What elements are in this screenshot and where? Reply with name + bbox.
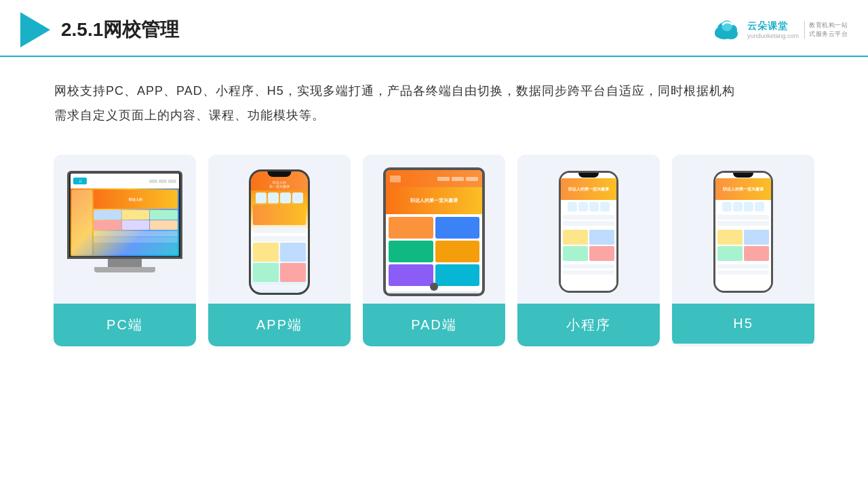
mini-course-item	[563, 230, 588, 245]
mini-course-item	[589, 246, 614, 261]
phone-icon-item	[268, 192, 279, 203]
phone-screen-content: 职达人的第一堂兴趣课	[251, 171, 308, 293]
tablet-screen: 职达人的第一堂兴趣课	[386, 170, 482, 293]
mini-banner: 职达人的第一堂兴趣课	[561, 178, 616, 200]
tablet-banner: 职达人的第一堂兴趣课	[386, 187, 482, 214]
h5-device-mockup: 职达人的第一堂兴趣课	[713, 171, 773, 293]
pc-screen-outer: 云 职达人的	[67, 171, 182, 259]
mini-course-item-h5	[717, 246, 743, 261]
header: 2.5.1网校管理 云朵课堂 yunduoketang.com 教育机构一站 式…	[0, 0, 868, 57]
pc-content-area: 职达人的	[71, 188, 179, 256]
mini-icon	[600, 202, 610, 211]
brand-text-block: 云朵课堂 yunduoketang.com	[747, 20, 799, 39]
mini-icon-h5	[755, 202, 764, 211]
tablet-body	[386, 214, 482, 289]
card-pc: 云 职达人的	[54, 155, 196, 346]
tablet-card	[435, 264, 480, 286]
phone-icon-item	[292, 192, 303, 203]
mini-phone-screen: 职达人的第一堂兴趣课	[561, 173, 616, 291]
card-pad: 职达人的第一堂兴趣课	[363, 155, 505, 346]
phone-header-text: 职达人的第一堂兴趣课	[269, 180, 290, 188]
card-app-label: APP端	[208, 304, 351, 346]
tablet-card	[435, 241, 480, 262]
card-miniprogram-image: 职达人的第一堂兴趣课	[517, 155, 660, 304]
tablet-nav-items	[437, 177, 478, 181]
mini-list-h5	[715, 214, 771, 228]
pc-nav-dot	[168, 180, 176, 183]
mini-icons-h5	[715, 200, 771, 214]
tablet-card	[389, 217, 433, 239]
pc-logo-sm: 云	[73, 178, 87, 184]
phone-body	[251, 190, 308, 293]
tablet-nav-item	[452, 177, 464, 181]
pc-nav-bar: 云	[71, 174, 179, 188]
mini-course-item-h5	[744, 246, 769, 261]
h5-footer-bar	[717, 264, 769, 268]
phone-icon-item	[256, 192, 267, 203]
mini-phone-content: 职达人的第一堂兴趣课	[561, 173, 616, 274]
card-pad-image: 职达人的第一堂兴趣课	[363, 155, 505, 304]
mini-phone-notch	[578, 173, 599, 178]
h5-footer-bar2	[717, 270, 769, 274]
cards-container: 云 职达人的	[0, 141, 868, 367]
card-miniprogram: 职达人的第一堂兴趣课	[517, 155, 660, 346]
phone-icon-item	[280, 192, 291, 203]
brand-url: yunduoketang.com	[747, 33, 799, 39]
mini-icon	[578, 202, 588, 211]
pc-sidebar	[72, 190, 92, 255]
pc-device-mockup: 云 职达人的	[67, 171, 182, 293]
tablet-card	[389, 264, 433, 286]
miniprogram-device-mockup: 职达人的第一堂兴趣课	[559, 171, 618, 293]
pc-base	[94, 267, 155, 272]
card-pad-label: PAD端	[363, 304, 505, 346]
mini-list-row	[563, 215, 614, 220]
tablet-card	[389, 241, 433, 262]
tablet-nav-item	[437, 177, 450, 181]
pc-screen-inner: 云 职达人的	[71, 174, 179, 256]
mini-icon	[589, 202, 599, 211]
mini-list	[561, 214, 616, 228]
pc-main: 职达人的	[94, 190, 178, 255]
phone-list-item	[253, 236, 306, 241]
card-app-image: 职达人的第一堂兴趣课	[208, 155, 351, 304]
mini-course-item	[589, 230, 614, 245]
tablet-nav-item	[466, 177, 478, 181]
mini-course-grid-h5	[715, 228, 771, 262]
phone-banner	[253, 205, 306, 225]
brand-slogan: 教育机构一站 式服务云平台	[804, 21, 848, 39]
mini-list-row-h5	[717, 215, 769, 220]
pc-nav-dot	[149, 180, 157, 183]
mini-icons	[561, 200, 616, 214]
mini-icon-h5	[744, 202, 753, 211]
header-left: 2.5.1网校管理	[20, 12, 179, 47]
pc-nav-dots	[149, 180, 176, 183]
pad-device-mockup: 职达人的第一堂兴趣课	[383, 167, 485, 296]
page-title: 2.5.1网校管理	[61, 17, 179, 43]
pc-stand	[108, 259, 142, 267]
app-device-mockup: 职达人的第一堂兴趣课	[249, 169, 310, 295]
mini-footer-bar2	[563, 270, 614, 274]
card-app: 职达人的第一堂兴趣课	[208, 155, 351, 346]
mini-list-row-h5	[717, 221, 769, 226]
brand-logo: 云朵课堂 yunduoketang.com 教育机构一站 式服务云平台	[711, 19, 848, 41]
mini-footer-bar	[563, 264, 614, 268]
card-pc-image: 云 职达人的	[54, 155, 196, 304]
mini-list-row	[563, 221, 614, 226]
phone-screen: 职达人的第一堂兴趣课	[251, 171, 308, 293]
mini-course-item-h5	[717, 230, 743, 245]
tablet-card	[435, 217, 480, 239]
phone-list-item	[253, 228, 306, 233]
tablet-logo	[390, 176, 401, 182]
card-miniprogram-label: 小程序	[517, 304, 660, 346]
mini-course-item-h5	[744, 230, 769, 245]
card-h5: 职达人的第一堂兴趣课	[672, 155, 814, 346]
description-line1: 网校支持PC、APP、PAD、小程序、H5，实现多端打通，产品各终端自由切换，数…	[54, 79, 814, 103]
description: 网校支持PC、APP、PAD、小程序、H5，实现多端打通，产品各终端自由切换，数…	[0, 57, 868, 141]
mini-icon-h5	[733, 202, 743, 211]
cloud-icon	[711, 19, 743, 41]
logo-triangle-icon	[20, 12, 50, 47]
phone-notch	[268, 171, 292, 177]
mini-course-grid	[561, 228, 616, 262]
mini-course-item	[563, 246, 588, 261]
mini-phone-notch-h5	[733, 173, 753, 178]
